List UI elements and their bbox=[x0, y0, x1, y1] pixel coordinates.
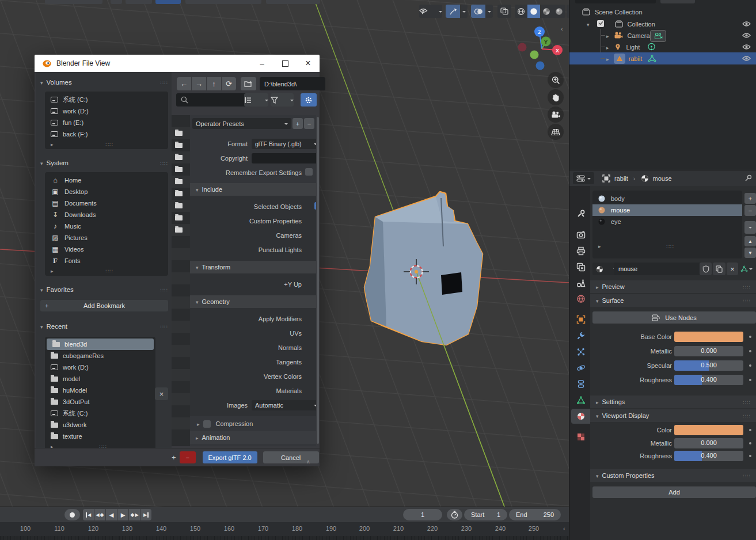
system-section-header[interactable]: System bbox=[40, 157, 168, 169]
expand-arrow-icon[interactable] bbox=[51, 267, 57, 274]
footer-plus-label[interactable]: + bbox=[172, 453, 176, 462]
maximize-button[interactable] bbox=[273, 55, 297, 72]
pan-button[interactable] bbox=[548, 89, 564, 105]
perspective-toggle-button[interactable] bbox=[548, 124, 564, 140]
roughness-slider[interactable]: 0.400 bbox=[674, 375, 743, 385]
metallic-slider[interactable]: 0.000 bbox=[674, 346, 743, 356]
base-color-swatch[interactable] bbox=[674, 332, 743, 342]
gizmos-toggle[interactable] bbox=[446, 5, 460, 18]
close-button[interactable]: × bbox=[297, 55, 320, 72]
expand-arrow-icon[interactable] bbox=[51, 140, 57, 147]
next-keyframe-button[interactable]: ◆▶ bbox=[129, 509, 140, 520]
viewport-metallic-slider[interactable]: 0.000 bbox=[674, 438, 743, 448]
filter-dropdown[interactable] bbox=[271, 93, 294, 107]
volume-item[interactable]: work (D:) bbox=[45, 105, 168, 117]
search-field[interactable] bbox=[176, 93, 249, 107]
material-name-field[interactable]: mouse bbox=[614, 263, 708, 275]
tab-world[interactable] bbox=[571, 291, 590, 306]
refresh-button[interactable]: ⟳ bbox=[222, 77, 236, 90]
tab-render[interactable] bbox=[571, 227, 590, 242]
navigation-gizmo[interactable]: Z Y X bbox=[515, 24, 565, 73]
forward-button[interactable]: → bbox=[192, 77, 206, 90]
current-frame-field[interactable]: 1 bbox=[403, 509, 442, 520]
light-data-badge[interactable] bbox=[645, 41, 657, 52]
tab-object-data[interactable] bbox=[571, 393, 590, 408]
tab-modifiers[interactable] bbox=[571, 328, 590, 343]
expand-arrow-icon[interactable] bbox=[598, 242, 605, 249]
geometry-section-header[interactable]: Geometry bbox=[190, 295, 316, 308]
slot-move-up-button[interactable]: ▲ bbox=[744, 236, 756, 246]
gizmos-dropdown[interactable] bbox=[460, 5, 468, 18]
tab-particles[interactable] bbox=[571, 344, 590, 359]
system-item-desktop[interactable]: ▣Desktop bbox=[45, 186, 168, 197]
animate-dot[interactable] bbox=[749, 364, 751, 367]
frame-start-field[interactable]: Start 1 bbox=[464, 509, 507, 520]
preview-section-header[interactable]: Preview bbox=[590, 280, 756, 293]
animate-dot[interactable] bbox=[749, 455, 751, 457]
overlays-dropdown[interactable] bbox=[485, 5, 493, 18]
object-visibility-dropdown[interactable] bbox=[419, 5, 442, 18]
recent-item[interactable]: cubegameRes bbox=[45, 350, 155, 362]
recent-section-header[interactable]: Recent bbox=[40, 321, 168, 332]
visibility-eye-icon[interactable] bbox=[742, 32, 751, 39]
expand-arrow-icon[interactable] bbox=[606, 55, 613, 62]
fake-user-shield-button[interactable] bbox=[700, 263, 712, 275]
overlays-toggle[interactable] bbox=[471, 5, 485, 18]
compression-checkbox[interactable] bbox=[203, 420, 211, 428]
options-scrollbar[interactable] bbox=[317, 117, 319, 444]
use-nodes-button[interactable]: Use Nodes bbox=[592, 311, 756, 324]
panel-grip[interactable] bbox=[743, 398, 751, 405]
transform-section-header[interactable]: Transform bbox=[190, 261, 316, 273]
checkbox-selected-objects[interactable] bbox=[314, 202, 316, 210]
timeline-collapse-arrow[interactable]: ‹ bbox=[563, 525, 565, 532]
animate-dot[interactable] bbox=[749, 350, 751, 352]
minimize-button[interactable]: – bbox=[250, 55, 273, 72]
tab-material[interactable] bbox=[571, 409, 590, 424]
tab-scene[interactable] bbox=[571, 276, 590, 291]
recent-item-blend3d[interactable]: blend3d bbox=[47, 339, 154, 350]
specular-slider[interactable]: 0.500 bbox=[674, 360, 743, 371]
panel-grip[interactable] bbox=[743, 472, 751, 479]
tab-tool[interactable] bbox=[571, 206, 590, 221]
back-button[interactable]: ← bbox=[177, 77, 191, 90]
camera-view-button[interactable] bbox=[548, 107, 564, 123]
panel-grip[interactable] bbox=[161, 79, 168, 86]
expand-arrow-icon[interactable] bbox=[606, 44, 613, 51]
remove-recent-button[interactable]: × bbox=[155, 387, 168, 400]
shading-solid-button[interactable] bbox=[527, 5, 540, 18]
surface-section-header[interactable]: Surface bbox=[590, 294, 756, 307]
resize-grip[interactable] bbox=[106, 267, 113, 274]
viewport-color-swatch[interactable] bbox=[674, 425, 743, 435]
mesh-data-badge[interactable] bbox=[645, 53, 658, 64]
viewport-display-section-header[interactable]: Viewport Display bbox=[590, 409, 756, 422]
jump-to-start-button[interactable]: ◀ bbox=[83, 509, 94, 520]
system-item-pictures[interactable]: ▨Pictures bbox=[45, 232, 168, 244]
tab-constraints[interactable] bbox=[571, 377, 590, 391]
display-mode-dropdown[interactable] bbox=[244, 93, 268, 107]
material-slot-body[interactable]: body bbox=[592, 193, 742, 204]
shading-material-button[interactable] bbox=[540, 5, 553, 18]
animate-dot[interactable] bbox=[749, 442, 751, 444]
recent-item[interactable]: texture bbox=[45, 431, 155, 442]
outliner-row-collection[interactable]: Collection bbox=[569, 18, 756, 30]
resize-grip[interactable] bbox=[106, 140, 113, 147]
jump-to-end-button[interactable]: ▶ bbox=[140, 509, 151, 520]
add-custom-property-button[interactable]: Add bbox=[592, 486, 756, 498]
xray-toggle[interactable] bbox=[497, 5, 511, 18]
compression-row[interactable]: Compression bbox=[190, 417, 316, 430]
settings-section-header[interactable]: Settings bbox=[590, 396, 756, 408]
system-item-music[interactable]: ♪Music bbox=[45, 220, 168, 232]
viewport-collapse-arrow[interactable]: ‹ bbox=[561, 25, 563, 32]
visibility-eye-icon[interactable] bbox=[742, 44, 751, 50]
recent-item[interactable]: model bbox=[45, 373, 155, 385]
viewport-roughness-slider[interactable]: 0.400 bbox=[674, 451, 743, 461]
visibility-eye-icon[interactable] bbox=[742, 55, 751, 62]
system-item-documents[interactable]: ▤Documents bbox=[45, 197, 168, 209]
images-dropdown[interactable]: Automatic bbox=[252, 400, 316, 410]
timeline-tick-strip[interactable] bbox=[0, 536, 569, 540]
recent-item[interactable]: 系统 (C:) bbox=[45, 408, 155, 419]
include-section-header[interactable]: Include bbox=[190, 183, 316, 196]
outliner-row-scene-collection[interactable]: Scene Collection bbox=[569, 6, 756, 18]
system-item-home[interactable]: ⌂Home bbox=[45, 174, 168, 186]
breadcrumb-object[interactable]: rabiit bbox=[614, 175, 628, 182]
